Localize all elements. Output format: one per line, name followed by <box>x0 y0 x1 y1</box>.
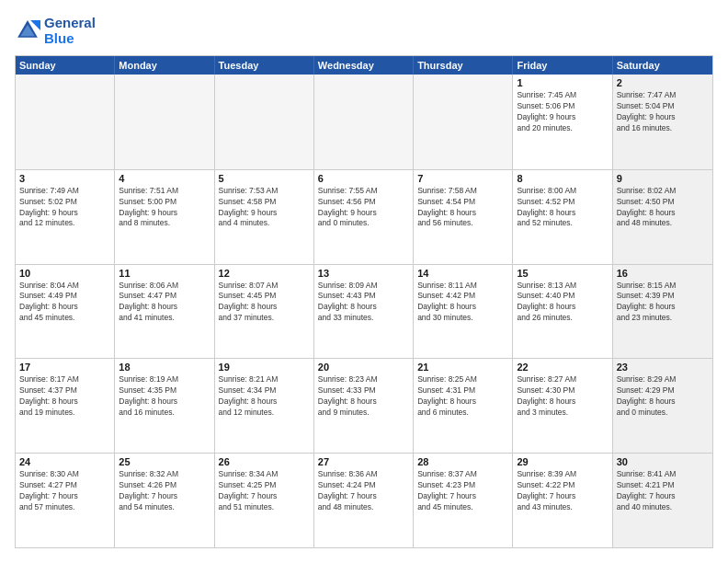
header-day-friday: Friday <box>513 56 612 75</box>
day-number: 7 <box>417 173 508 184</box>
day-number: 18 <box>119 362 210 373</box>
day-info: Sunrise: 7:45 AM Sunset: 5:06 PM Dayligh… <box>517 90 608 134</box>
header-day-sunday: Sunday <box>16 56 115 75</box>
calendar-cell-19: 19Sunrise: 8:21 AM Sunset: 4:34 PM Dayli… <box>215 359 314 453</box>
day-info: Sunrise: 7:47 AM Sunset: 5:04 PM Dayligh… <box>617 90 709 134</box>
day-info: Sunrise: 8:29 AM Sunset: 4:29 PM Dayligh… <box>617 374 709 419</box>
calendar-cell-14: 14Sunrise: 8:11 AM Sunset: 4:42 PM Dayli… <box>414 265 513 359</box>
calendar-cell-4: 4Sunrise: 7:51 AM Sunset: 5:00 PM Daylig… <box>115 170 214 264</box>
day-info: Sunrise: 8:21 AM Sunset: 4:34 PM Dayligh… <box>219 374 310 419</box>
calendar-cell-23: 23Sunrise: 8:29 AM Sunset: 4:29 PM Dayli… <box>613 359 712 453</box>
day-number: 3 <box>19 173 110 184</box>
day-number: 15 <box>517 268 608 279</box>
day-number: 30 <box>617 456 709 467</box>
calendar-cell-28: 28Sunrise: 8:37 AM Sunset: 4:23 PM Dayli… <box>414 454 513 547</box>
day-number: 9 <box>617 173 709 184</box>
calendar-cell-16: 16Sunrise: 8:15 AM Sunset: 4:39 PM Dayli… <box>613 265 712 359</box>
day-info: Sunrise: 8:39 AM Sunset: 4:22 PM Dayligh… <box>517 469 608 513</box>
calendar-cell-empty-0-4 <box>414 75 513 169</box>
day-number: 25 <box>119 456 210 467</box>
day-info: Sunrise: 7:53 AM Sunset: 4:58 PM Dayligh… <box>219 186 310 230</box>
header-day-tuesday: Tuesday <box>215 56 314 75</box>
day-number: 21 <box>417 362 508 373</box>
calendar-row-3: 17Sunrise: 8:17 AM Sunset: 4:37 PM Dayli… <box>16 358 712 453</box>
day-info: Sunrise: 8:00 AM Sunset: 4:52 PM Dayligh… <box>517 186 608 230</box>
calendar-cell-30: 30Sunrise: 8:41 AM Sunset: 4:21 PM Dayli… <box>613 454 712 547</box>
calendar-cell-1: 1Sunrise: 7:45 AM Sunset: 5:06 PM Daylig… <box>513 75 612 169</box>
header-day-monday: Monday <box>115 56 214 75</box>
day-number: 26 <box>219 456 310 467</box>
day-number: 23 <box>617 362 709 373</box>
logo-icon <box>15 17 40 43</box>
day-number: 6 <box>318 173 409 184</box>
day-info: Sunrise: 8:06 AM Sunset: 4:47 PM Dayligh… <box>119 281 210 325</box>
calendar-cell-5: 5Sunrise: 7:53 AM Sunset: 4:58 PM Daylig… <box>215 170 314 264</box>
calendar-cell-17: 17Sunrise: 8:17 AM Sunset: 4:37 PM Dayli… <box>16 359 115 453</box>
calendar-cell-24: 24Sunrise: 8:30 AM Sunset: 4:27 PM Dayli… <box>16 454 115 547</box>
day-number: 10 <box>19 268 110 279</box>
calendar-cell-10: 10Sunrise: 8:04 AM Sunset: 4:49 PM Dayli… <box>16 265 115 359</box>
day-number: 16 <box>617 268 709 279</box>
calendar-row-2: 10Sunrise: 8:04 AM Sunset: 4:49 PM Dayli… <box>16 264 712 359</box>
calendar-cell-2: 2Sunrise: 7:47 AM Sunset: 5:04 PM Daylig… <box>613 75 712 169</box>
logo: General Blue <box>15 15 96 46</box>
day-info: Sunrise: 7:51 AM Sunset: 5:00 PM Dayligh… <box>119 186 210 230</box>
calendar-cell-15: 15Sunrise: 8:13 AM Sunset: 4:40 PM Dayli… <box>513 265 612 359</box>
day-number: 13 <box>318 268 409 279</box>
calendar-cell-8: 8Sunrise: 8:00 AM Sunset: 4:52 PM Daylig… <box>513 170 612 264</box>
day-number: 20 <box>318 362 409 373</box>
calendar-cell-11: 11Sunrise: 8:06 AM Sunset: 4:47 PM Dayli… <box>115 265 214 359</box>
day-info: Sunrise: 8:04 AM Sunset: 4:49 PM Dayligh… <box>19 281 110 325</box>
calendar-row-4: 24Sunrise: 8:30 AM Sunset: 4:27 PM Dayli… <box>16 453 712 547</box>
calendar: SundayMondayTuesdayWednesdayThursdayFrid… <box>15 55 713 548</box>
calendar-header: SundayMondayTuesdayWednesdayThursdayFrid… <box>16 56 712 75</box>
day-info: Sunrise: 8:11 AM Sunset: 4:42 PM Dayligh… <box>417 281 508 325</box>
day-info: Sunrise: 7:49 AM Sunset: 5:02 PM Dayligh… <box>19 186 110 230</box>
day-info: Sunrise: 8:25 AM Sunset: 4:31 PM Dayligh… <box>417 374 508 419</box>
day-info: Sunrise: 8:34 AM Sunset: 4:25 PM Dayligh… <box>219 469 310 513</box>
calendar-cell-empty-0-1 <box>115 75 214 169</box>
calendar-cell-21: 21Sunrise: 8:25 AM Sunset: 4:31 PM Dayli… <box>414 359 513 453</box>
calendar-cell-18: 18Sunrise: 8:19 AM Sunset: 4:35 PM Dayli… <box>115 359 214 453</box>
day-info: Sunrise: 8:32 AM Sunset: 4:26 PM Dayligh… <box>119 469 210 513</box>
day-number: 8 <box>517 173 608 184</box>
calendar-cell-empty-0-2 <box>215 75 314 169</box>
header: General Blue <box>15 15 713 46</box>
day-number: 4 <box>119 173 210 184</box>
day-info: Sunrise: 8:27 AM Sunset: 4:30 PM Dayligh… <box>517 374 608 419</box>
day-number: 12 <box>219 268 310 279</box>
page: General Blue SundayMondayTuesdayWednesda… <box>0 0 728 563</box>
calendar-cell-22: 22Sunrise: 8:27 AM Sunset: 4:30 PM Dayli… <box>513 359 612 453</box>
day-number: 24 <box>19 456 110 467</box>
day-number: 17 <box>19 362 110 373</box>
day-info: Sunrise: 8:41 AM Sunset: 4:21 PM Dayligh… <box>617 469 709 513</box>
day-info: Sunrise: 8:36 AM Sunset: 4:24 PM Dayligh… <box>318 469 409 513</box>
calendar-cell-26: 26Sunrise: 8:34 AM Sunset: 4:25 PM Dayli… <box>215 454 314 547</box>
day-info: Sunrise: 8:17 AM Sunset: 4:37 PM Dayligh… <box>19 374 110 419</box>
day-info: Sunrise: 8:30 AM Sunset: 4:27 PM Dayligh… <box>19 469 110 513</box>
calendar-cell-empty-0-0 <box>16 75 115 169</box>
day-number: 5 <box>219 173 310 184</box>
day-info: Sunrise: 8:19 AM Sunset: 4:35 PM Dayligh… <box>119 374 210 419</box>
calendar-cell-25: 25Sunrise: 8:32 AM Sunset: 4:26 PM Dayli… <box>115 454 214 547</box>
day-info: Sunrise: 7:58 AM Sunset: 4:54 PM Dayligh… <box>417 186 508 230</box>
header-day-wednesday: Wednesday <box>314 56 414 75</box>
calendar-cell-9: 9Sunrise: 8:02 AM Sunset: 4:50 PM Daylig… <box>613 170 712 264</box>
day-info: Sunrise: 8:23 AM Sunset: 4:33 PM Dayligh… <box>318 374 409 419</box>
calendar-cell-12: 12Sunrise: 8:07 AM Sunset: 4:45 PM Dayli… <box>215 265 314 359</box>
calendar-row-0: 1Sunrise: 7:45 AM Sunset: 5:06 PM Daylig… <box>16 75 712 169</box>
header-day-saturday: Saturday <box>613 56 712 75</box>
day-number: 28 <box>417 456 508 467</box>
calendar-cell-7: 7Sunrise: 7:58 AM Sunset: 4:54 PM Daylig… <box>414 170 513 264</box>
day-info: Sunrise: 8:02 AM Sunset: 4:50 PM Dayligh… <box>617 186 709 230</box>
day-number: 29 <box>517 456 608 467</box>
calendar-cell-20: 20Sunrise: 8:23 AM Sunset: 4:33 PM Dayli… <box>314 359 414 453</box>
day-number: 11 <box>119 268 210 279</box>
calendar-cell-3: 3Sunrise: 7:49 AM Sunset: 5:02 PM Daylig… <box>16 170 115 264</box>
day-info: Sunrise: 7:55 AM Sunset: 4:56 PM Dayligh… <box>318 186 409 230</box>
day-info: Sunrise: 8:15 AM Sunset: 4:39 PM Dayligh… <box>617 281 709 325</box>
calendar-cell-27: 27Sunrise: 8:36 AM Sunset: 4:24 PM Dayli… <box>314 454 414 547</box>
day-number: 2 <box>617 77 709 88</box>
logo-text: General Blue <box>44 15 96 46</box>
calendar-body: 1Sunrise: 7:45 AM Sunset: 5:06 PM Daylig… <box>16 75 712 547</box>
